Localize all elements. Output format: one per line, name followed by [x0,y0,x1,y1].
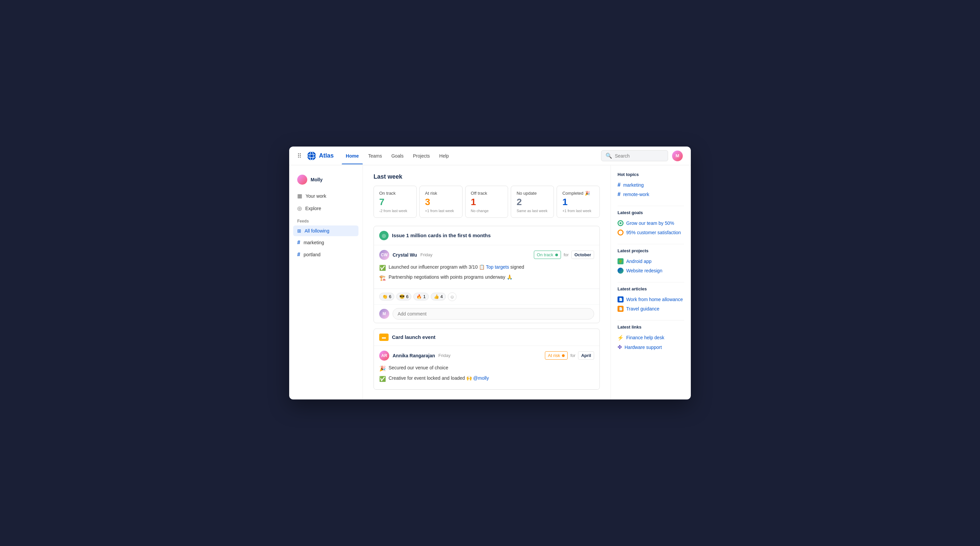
stat-sub-no-update: Same as last week [517,209,548,213]
update-text-1: Launched our influencer program with 3/1… [388,263,524,271]
content-area: Last week On track 7 -2 from last week A… [363,165,611,400]
molly-link[interactable]: @molly [473,375,489,381]
status-badge-at-risk: At risk [545,351,568,360]
update-line-4: ✅ Creative for event locked and loaded 🙌… [379,375,594,383]
status-month-october[interactable]: October [571,251,594,259]
nav-link-home[interactable]: Home [342,151,363,161]
main-layout: Molly ▦ Your work ◎ Explore Feeds ⊞ All … [289,165,691,400]
latest-goals-title: Latest goals [617,210,684,215]
goal-grow-team-label: Grow our team by 50% [626,221,674,226]
sidebar: Molly ▦ Your work ◎ Explore Feeds ⊞ All … [289,165,363,400]
feed-update-crystal: CW Crystal Wu Friday On track for Octobe… [374,245,600,289]
latest-links-section: Latest links ⚡ Finance help desk ✤ Hardw… [617,325,684,352]
reaction-clap-count: 6 [389,294,391,299]
status-label-at-risk: At risk [548,353,560,358]
nav-left: ⠿ Atlas [297,151,334,160]
link-hardware[interactable]: ✤ Hardware support [617,342,684,352]
logo-wrap[interactable]: Atlas [307,151,334,160]
update-header-annika: AR Annika Rangarajan Friday At risk for … [379,351,594,361]
latest-goals-section: Latest goals Grow our team by 50% 95% cu… [617,210,684,237]
nav-link-projects[interactable]: Projects [409,151,434,161]
stat-number-completed: 1 [562,197,594,208]
reaction-cool-count: 6 [406,294,408,299]
sidebar-item-label-your-work: Your work [305,194,326,199]
search-bar[interactable]: 🔍 [601,150,668,161]
project-website-redesign[interactable]: Website redesign [617,266,684,275]
sidebar-feed-portland[interactable]: # portland [293,249,358,260]
stat-card-completed: Completed 🎉 1 +1 from last week [557,186,600,218]
top-targets-link[interactable]: Top targets [486,264,509,270]
hot-topic-remote-work[interactable]: # remote-work [617,190,684,199]
sidebar-item-explore[interactable]: ◎ Explore [293,202,358,214]
search-input[interactable] [615,153,664,159]
stats-row: On track 7 -2 from last week At risk 3 +… [374,186,600,218]
app-window: ⠿ Atlas Home Teams Goals Projects Help 🔍 [289,146,691,400]
reaction-fire[interactable]: 🔥 1 [414,293,428,300]
stat-sub-at-risk: +1 from last week [425,209,457,213]
latest-projects-title: Latest projects [617,248,684,253]
grid-icon[interactable]: ⠿ [297,152,302,160]
article-wfh[interactable]: 📄 Work from home allowance [617,295,684,304]
android-app-label: Android app [626,259,652,264]
sidebar-user[interactable]: Molly [293,172,358,187]
feed-card-title-1[interactable]: Issue 1 million cards in the first 6 mon… [392,233,491,238]
stat-label-on-track: On track [379,191,411,196]
feeds-section-label: Feeds [293,215,358,225]
wfh-article-icon: 📄 [617,297,624,302]
feed-card-title-2[interactable]: Card launch event [392,334,436,340]
section-title: Last week [374,173,600,180]
reaction-thumbsup[interactable]: 👍 4 [431,293,446,300]
hot-topic-marketing[interactable]: # marketing [617,180,684,190]
search-icon: 🔍 [606,152,612,159]
add-reaction-button[interactable]: ☺ [448,292,457,301]
sidebar-item-label-explore: Explore [305,206,321,211]
stat-label-completed: Completed 🎉 [562,191,594,196]
comment-input[interactable] [393,308,594,319]
commenter-avatar: M [379,309,389,319]
your-work-icon: ▦ [297,193,302,199]
finance-link-icon: ⚡ [617,335,624,341]
update-line-2: 🏗️ Partnership negotiations with points … [379,273,594,283]
travel-article-icon: 📄 [617,306,624,312]
party-icon: 🎉 [379,364,386,373]
for-label-1: for [564,252,569,257]
update-text-2: Partnership negotiations with points pro… [388,273,512,281]
nav-link-goals[interactable]: Goals [387,151,408,161]
stat-label-no-update: No update [517,191,548,196]
goal-customer-satisfaction[interactable]: 95% customer satisfaction [617,228,684,237]
sidebar-feed-all-following[interactable]: ⊞ All following [293,225,358,236]
sidebar-feed-label-portland: portland [304,252,321,257]
feed-update-annika: AR Annika Rangarajan Friday At risk for … [374,346,600,389]
goal-grow-team[interactable]: Grow our team by 50% [617,219,684,228]
at-risk-dot [562,354,565,357]
sidebar-item-your-work[interactable]: ▦ Your work [293,190,358,202]
on-track-dot [555,254,558,256]
update-author-annika[interactable]: Annika Rangarajan [393,353,435,358]
update-header-crystal: CW Crystal Wu Friday On track for Octobe… [379,250,594,260]
link-finance[interactable]: ⚡ Finance help desk [617,333,684,342]
website-redesign-icon [617,268,624,274]
reaction-cool-emoji: 😎 [399,294,405,299]
hot-topics-section: Hot topics # marketing # remote-work [617,172,684,199]
stat-sub-off-track: No change [471,209,503,213]
latest-projects-section: Latest projects 🌵 Android app Website re… [617,248,684,275]
nav-link-teams[interactable]: Teams [364,151,386,161]
status-month-april[interactable]: April [578,351,594,360]
stat-card-on-track: On track 7 -2 from last week [374,186,417,218]
reaction-clap[interactable]: 👏 6 [379,293,394,300]
wfh-article-label: Work from home allowance [626,297,683,302]
checkmark-icon-1: ✅ [379,263,386,272]
sidebar-feed-marketing[interactable]: # marketing [293,237,358,248]
for-label-2: for [570,353,575,358]
article-travel[interactable]: 📄 Travel guidance [617,304,684,313]
divider-3 [617,282,684,283]
update-author-crystal[interactable]: Crystal Wu [393,252,417,258]
crystal-wu-avatar: CW [379,250,389,260]
user-avatar-top[interactable]: M [672,151,683,161]
explore-icon: ◎ [297,205,302,211]
stat-sub-completed: +1 from last week [562,209,594,213]
reaction-cool[interactable]: 😎 6 [396,293,411,300]
nav-link-help[interactable]: Help [435,151,453,161]
project-android-app[interactable]: 🌵 Android app [617,257,684,266]
stat-card-no-update: No update 2 Same as last week [511,186,554,218]
